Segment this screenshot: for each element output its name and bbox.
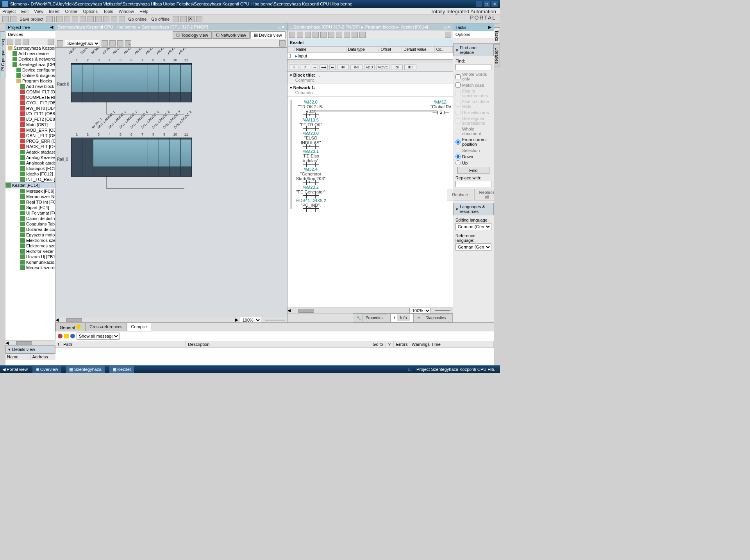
tree-node[interactable]: Device configuration: [5, 67, 55, 73]
open-project-icon[interactable]: [10, 16, 16, 22]
bc2-max-icon[interactable]: □: [444, 25, 447, 29]
ct8[interactable]: [344, 32, 350, 38]
col-offset[interactable]: Offset: [379, 47, 402, 52]
intable-hscroll[interactable]: [288, 59, 453, 63]
compile-icon[interactable]: [119, 16, 125, 22]
xref-tab[interactable]: Cross-references: [85, 323, 127, 331]
bc2-close-icon[interactable]: ✕: [447, 25, 450, 30]
ladder-tool[interactable]: ⊣R⊢: [404, 64, 416, 70]
cancel-icon[interactable]: ✕: [188, 16, 195, 22]
ladder-contact[interactable]: %M20.1"FE Elso indulas": [295, 149, 327, 165]
ct2[interactable]: [297, 32, 303, 38]
rack-slot[interactable]: 4CP 343-1: [104, 64, 115, 102]
tree-node[interactable]: Sipart [FC4]: [5, 205, 55, 210]
ct1[interactable]: [289, 32, 295, 38]
rack-slot[interactable]: 11DI32 x 24VDC_8: [181, 138, 192, 176]
ct-toggle[interactable]: [445, 32, 451, 38]
zoom-in-icon[interactable]: 🔍: [125, 40, 131, 47]
properties-tab[interactable]: 🔧Properties: [353, 313, 391, 322]
diagnostics-tab[interactable]: ⚠Diagnostics: [414, 313, 453, 322]
go-online-button[interactable]: Go online: [127, 17, 148, 21]
tree-node[interactable]: Elektromos szelep vezer...: [5, 238, 55, 243]
bc1-1[interactable]: Szentegyhaza [CPU 317-2 PN/DP]: [142, 25, 208, 29]
menu-window[interactable]: Window: [119, 9, 134, 14]
io-module[interactable]: [170, 65, 180, 92]
tree-view-icon[interactable]: [48, 39, 54, 45]
io-module[interactable]: [181, 65, 191, 92]
col-datatype[interactable]: Data type: [346, 47, 379, 52]
zoom-slider[interactable]: [265, 320, 285, 320]
tree-icon2[interactable]: [15, 39, 21, 45]
details-view-header[interactable]: ▾Details view: [5, 345, 55, 354]
rail-0[interactable]: 123IM 361_14DI32 x 24VDC_15DI32 x 24VDC_…: [71, 138, 192, 177]
io-module[interactable]: [159, 140, 170, 166]
io-module[interactable]: [104, 65, 115, 92]
overview-tab[interactable]: ⊞ Overview: [32, 366, 61, 373]
rack-slot[interactable]: 5AI8 x 13 ...: [115, 64, 126, 102]
new-project-icon[interactable]: [2, 16, 9, 22]
tree-node[interactable]: Devices & networks: [5, 56, 55, 62]
ct3[interactable]: [305, 32, 311, 38]
rack-slot[interactable]: 3IM 361_1: [93, 138, 104, 176]
tree-node[interactable]: Analog Kezeles [FC8]: [5, 155, 55, 160]
cut-icon[interactable]: [56, 16, 62, 22]
ct4[interactable]: [312, 32, 319, 38]
down-radio[interactable]: [455, 154, 461, 159]
bc1-0[interactable]: Szentegyhaza Kozponti CPU Hiba benne: [58, 25, 136, 29]
ladder-tool[interactable]: ⊣⊢: [289, 64, 298, 70]
tree-node[interactable]: Online & diagnostics: [5, 73, 55, 78]
tree-node[interactable]: Szentegyhaza Kozponti CPU Hiba ...: [5, 45, 55, 51]
tree-node[interactable]: COMPLETE RESTART [OB...: [5, 95, 55, 100]
io-module[interactable]: [93, 140, 104, 166]
tree-node[interactable]: Kezdet [FC14]: [5, 182, 55, 188]
dev-tool2[interactable]: [102, 40, 108, 47]
find-button[interactable]: Find: [457, 167, 490, 174]
col-warnings[interactable]: Warnings: [409, 341, 429, 347]
tree-node[interactable]: RACK_FLT [OB86]: [5, 144, 55, 149]
hw-hscroll[interactable]: ◀ ▶ 100%: [55, 317, 287, 322]
io-module[interactable]: [115, 65, 126, 92]
ladder-coil[interactable]: %M12."Global Re—( S )—: [430, 100, 451, 115]
bc2-2[interactable]: Kezdet [FC14]: [400, 25, 428, 29]
io-module[interactable]: [137, 140, 148, 166]
tasks-vtab[interactable]: Tasks: [494, 27, 500, 44]
tree-node[interactable]: I/O_FLT2 [OB83]: [5, 116, 55, 122]
menu-view[interactable]: View: [34, 9, 43, 14]
rack-slot[interactable]: 8AI8 x 13 ...: [148, 64, 159, 102]
rack-slot[interactable]: 4DI32 x 24VDC_1: [104, 138, 115, 176]
network-tab[interactable]: ⊟Network view: [212, 31, 250, 39]
libraries-vtab[interactable]: Libraries: [494, 45, 500, 66]
tree-node[interactable]: Elektromos szelep vezer...: [5, 243, 55, 249]
ladder-tool[interactable]: ⟶: [320, 64, 328, 70]
upload-icon[interactable]: [111, 16, 117, 22]
rack-slot[interactable]: 6DI32 x 24VDC_3: [126, 138, 137, 176]
tree-hscroll[interactable]: ◀: [5, 340, 55, 345]
device-tab[interactable]: ▦Device view: [250, 31, 286, 39]
ct10[interactable]: [359, 32, 366, 38]
bc1-close-icon[interactable]: ✕: [281, 25, 285, 30]
warn-filter-icon[interactable]: [64, 334, 69, 338]
print-icon[interactable]: [46, 16, 53, 22]
menu-options[interactable]: Options: [83, 9, 98, 14]
up-radio[interactable]: [455, 160, 461, 165]
io-module[interactable]: [181, 140, 191, 166]
ct7[interactable]: [336, 32, 342, 38]
menu-online[interactable]: Online: [65, 9, 77, 14]
replace-button[interactable]: Replace: [447, 189, 473, 200]
tree-node[interactable]: PROG_ERR [OB121]: [5, 138, 55, 144]
dev-tool1[interactable]: [57, 40, 63, 47]
compile-tab[interactable]: Compile: [127, 323, 151, 331]
device-select[interactable]: Szentegyhaza: [65, 40, 100, 47]
tree-node[interactable]: MOD_ERR [OB122]: [5, 127, 55, 133]
ct6[interactable]: [328, 32, 334, 38]
rack-slot[interactable]: 5DI32 x 24VDC_2: [115, 138, 126, 176]
io-module[interactable]: [137, 65, 148, 92]
dev-tool3[interactable]: [109, 40, 116, 47]
io-module[interactable]: [126, 65, 137, 92]
ref-lang-select[interactable]: German (Germany): [455, 243, 491, 250]
rack-slot[interactable]: 2Szenteg...: [82, 64, 93, 102]
tree-node[interactable]: Real TO Int [FC3]: [5, 199, 55, 205]
ladder-contact[interactable]: %M20.2"FE Generator": [295, 185, 327, 196]
io-module[interactable]: [104, 140, 115, 166]
szentegyhaza-tab[interactable]: ▦ Szentegyhaza: [66, 366, 105, 373]
